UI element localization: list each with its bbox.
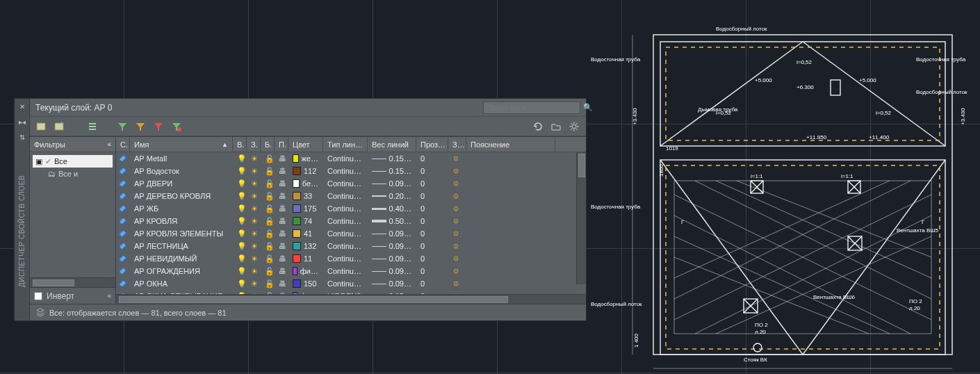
plot-icon[interactable]: 🖶	[279, 254, 286, 263]
layer-color[interactable]: 150	[288, 279, 323, 288]
layer-linetype[interactable]: Continu…	[323, 154, 368, 163]
layer-lineweight[interactable]: 0.09…	[368, 229, 416, 238]
col-color[interactable]: Цвет	[288, 137, 323, 152]
layer-name[interactable]: АР КРОВЛЯ	[130, 217, 233, 225]
layer-transparency[interactable]: 0	[416, 254, 448, 263]
refresh-icon[interactable]	[532, 120, 544, 133]
lock-icon[interactable]: 🔓	[265, 179, 275, 188]
layer-transparency[interactable]: 0	[416, 154, 448, 163]
lock-icon[interactable]: 🔓	[265, 192, 275, 201]
layer-name[interactable]: АР ДЕРЕВО КРОВЛЯ	[130, 192, 233, 200]
search-layer-input[interactable]: 🔍	[483, 101, 580, 114]
sun-icon[interactable]: ☀	[251, 179, 258, 188]
col-newvp[interactable]: З…	[448, 137, 466, 152]
plot-icon[interactable]: 🖶	[279, 154, 286, 163]
layer-transparency[interactable]: 0	[416, 167, 448, 175]
layer-newvp[interactable]: ⛭	[448, 242, 466, 250]
plot-icon[interactable]: 🖶	[279, 267, 286, 275]
layer-linetype[interactable]: Continu…	[323, 267, 368, 275]
new-layer-icon[interactable]	[35, 120, 48, 133]
layer-color[interactable]: 74	[288, 217, 323, 225]
layer-transparency[interactable]: 0	[416, 217, 448, 225]
col-status[interactable]: С.	[116, 137, 130, 152]
grid-vscroll[interactable]	[576, 152, 586, 284]
sun-icon[interactable]: ☀	[251, 242, 258, 251]
layer-transparency[interactable]: 0	[416, 279, 448, 288]
layer-color[interactable]: 33	[288, 192, 323, 200]
search-input[interactable]	[487, 104, 583, 112]
lock-icon[interactable]: 🔓	[265, 279, 275, 288]
sun-icon[interactable]: ☀	[251, 154, 258, 163]
layer-newvp[interactable]: ⛭	[448, 279, 466, 288]
layer-linetype[interactable]: Continu…	[323, 229, 368, 238]
layer-lineweight[interactable]: 0.40…	[368, 204, 416, 213]
lock-icon[interactable]: 🔓	[265, 167, 275, 176]
layer-lineweight[interactable]: 0.15…	[368, 154, 416, 163]
bulb-icon[interactable]: 💡	[237, 242, 247, 251]
layer-newvp[interactable]: ⛭	[448, 154, 466, 163]
collapse-filters-icon[interactable]: «	[107, 140, 111, 148]
layer-linetype[interactable]: Continu…	[323, 192, 368, 200]
layer-row[interactable]: АР ЖБ💡☀🔓🖶175Continu… 0.40…0⛭	[116, 202, 586, 215]
bulb-icon[interactable]: 💡	[237, 204, 247, 213]
sun-icon[interactable]: ☀	[251, 229, 258, 238]
layer-row[interactable]: АР ДВЕРИ💡☀🔓🖶бе…Continu… 0.09…0⛭	[116, 177, 586, 190]
lock-icon[interactable]: 🔓	[265, 229, 275, 238]
invert-filter-checkbox[interactable]	[34, 292, 42, 300]
bulb-icon[interactable]: 💡	[237, 217, 247, 226]
layer-newvp[interactable]: ⛭	[448, 204, 466, 213]
plot-icon[interactable]: 🖶	[279, 242, 286, 250]
lock-icon[interactable]: 🔓	[265, 154, 275, 163]
col-freeze[interactable]: З.	[247, 137, 261, 152]
sun-icon[interactable]: ☀	[251, 204, 258, 213]
layer-color[interactable]: же…	[288, 154, 323, 163]
layer-row[interactable]: АР ЛЕСТНИЦА💡☀🔓🖶132Continu… 0.09…0⛭	[116, 240, 586, 252]
filter-edit-icon[interactable]	[170, 120, 183, 133]
bulb-icon[interactable]: 💡	[237, 154, 247, 163]
col-lock[interactable]: Б.	[261, 137, 275, 152]
bulb-icon[interactable]: 💡	[237, 192, 247, 201]
filter-tree-item[interactable]: 🗂 Все и	[33, 168, 113, 180]
layer-newvp[interactable]: ⛭	[448, 254, 466, 263]
layer-newvp[interactable]: ⛭	[448, 192, 466, 200]
col-plot[interactable]: П.	[275, 137, 288, 152]
layer-name[interactable]: АР ОГРАЖДЕНИЯ	[130, 267, 233, 275]
plot-icon[interactable]: 🖶	[279, 179, 286, 188]
layer-lineweight[interactable]: 0.09…	[368, 279, 416, 288]
plot-icon[interactable]: 🖶	[279, 229, 286, 238]
bulb-icon[interactable]: 💡	[237, 267, 247, 276]
filter-delete-icon[interactable]	[152, 120, 165, 133]
layer-lineweight[interactable]: 0.09…	[368, 179, 416, 188]
sun-icon[interactable]: ☀	[251, 279, 258, 288]
bulb-icon[interactable]: 💡	[237, 229, 247, 238]
layer-transparency[interactable]: 0	[416, 179, 448, 188]
layer-lineweight[interactable]: 0.09…	[368, 267, 416, 275]
col-transparency[interactable]: Проз…	[416, 137, 448, 152]
layer-color[interactable]: 175	[288, 204, 323, 213]
layer-name[interactable]: АР ЖБ	[130, 204, 233, 213]
layer-linetype[interactable]: Continu…	[323, 217, 368, 225]
lock-icon[interactable]: 🔓	[265, 254, 275, 263]
col-lineweight[interactable]: Вес линий	[368, 137, 416, 152]
bulb-icon[interactable]: 💡	[237, 167, 247, 176]
lock-icon[interactable]: 🔓	[265, 242, 275, 251]
layer-color[interactable]: фи…	[288, 267, 323, 275]
layer-transparency[interactable]: 0	[416, 192, 448, 200]
layer-name[interactable]: АР КРОВЛЯ ЭЛЕМЕНТЫ	[130, 229, 233, 238]
grid-hscroll[interactable]	[116, 294, 586, 304]
bulb-icon[interactable]: 💡	[237, 279, 247, 288]
plot-icon[interactable]: 🖶	[279, 167, 286, 175]
col-name[interactable]: Имя ▲	[130, 137, 233, 152]
pin-icon[interactable]: ▸◂	[17, 117, 27, 127]
layer-name[interactable]: АР Водосток	[130, 167, 233, 175]
sun-icon[interactable]: ☀	[251, 192, 258, 201]
filter-group-icon[interactable]	[134, 120, 147, 133]
layer-lineweight[interactable]: 0.09…	[368, 254, 416, 263]
layer-transparency[interactable]: 0	[416, 204, 448, 213]
layer-newvp[interactable]: ⛭	[448, 229, 466, 238]
layer-row[interactable]: АР ОГРАЖДЕНИЯ💡☀🔓🖶фи…Continu… 0.09…0⛭	[116, 265, 586, 277]
layer-row[interactable]: АР НЕВИДИМЫЙ💡☀🔓🖶11Continu… 0.09…0⛭	[116, 252, 586, 265]
layer-grid[interactable]: С. Имя ▲ В. З. Б. П. Цвет Тип лин… Вес л…	[116, 137, 586, 304]
layer-row[interactable]: АР Metall💡☀🔓🖶же…Continu… 0.15…0⛭	[116, 152, 586, 165]
plot-icon[interactable]: 🖶	[279, 279, 286, 288]
